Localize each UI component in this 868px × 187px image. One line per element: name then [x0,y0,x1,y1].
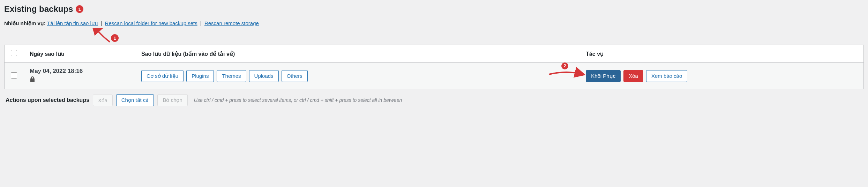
separator: | [200,20,202,26]
view-report-button[interactable]: Xem báo cáo [646,70,687,82]
annotation-arrow-2: 2 [547,67,586,81]
bulk-actions-label: Actions upon selected backups [6,97,89,103]
download-others-button[interactable]: Others [282,70,308,82]
select-all-checkbox[interactable] [11,50,17,56]
backup-date: May 04, 2022 18:16 [30,68,129,75]
backups-table: Ngày sao lưu Sao lưu dữ liệu (bấm vào đề… [4,45,864,89]
upload-backup-link[interactable]: Tải lên tập tin sao lưu [47,20,98,26]
annotation-badge-1: 1 [111,34,119,42]
separator: | [100,20,102,26]
rescan-remote-link[interactable]: Rescan remote storage [204,20,259,26]
select-all-button[interactable]: Chọn tất cả [116,94,154,106]
page-title: Existing backups [4,4,73,14]
column-header-date: Ngày sao lưu [23,45,135,63]
annotation-badge-2: 2 [561,62,568,69]
deselect-button[interactable]: Bỏ chọn [157,94,187,106]
download-plugins-button[interactable]: Plugins [186,70,214,82]
download-uploads-button[interactable]: Uploads [249,70,279,82]
restore-button[interactable]: Khôi Phục [586,70,621,82]
column-header-data: Sao lưu dữ liệu (bấm vào đề tải về) [135,45,579,63]
column-header-actions: Tác vụ [579,45,863,63]
rescan-local-link[interactable]: Rescan local folder for new backup sets [105,20,197,26]
selection-hint: Use ctrl / cmd + press to select several… [194,97,402,103]
bulk-delete-button[interactable]: Xóa [93,95,113,106]
lock-icon [30,76,129,84]
backup-count-badge: 1 [76,5,83,13]
row-checkbox[interactable] [11,72,17,78]
annotation-arrow-1: 1 [91,28,119,46]
download-db-button[interactable]: Cơ sở dữ liệu [141,70,184,82]
tasks-label: Nhiều nhiệm vụ: [4,20,46,26]
download-themes-button[interactable]: Themes [217,70,246,82]
delete-button[interactable]: Xóa [623,70,643,82]
table-row: May 04, 2022 18:16 Cơ sở dữ liệu Plugins… [5,63,864,89]
